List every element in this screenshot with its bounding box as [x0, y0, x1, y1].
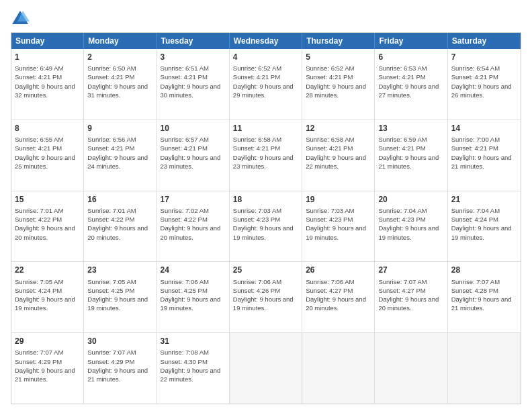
day-number: 5 [306, 52, 371, 62]
calendar-cell: 9Sunrise: 6:56 AMSunset: 4:21 PMDaylight… [84, 120, 157, 191]
cell-text: Sunrise: 7:02 AMSunset: 4:22 PMDaylight:… [161, 206, 226, 242]
calendar-cell: 30Sunrise: 7:07 AMSunset: 4:29 PMDayligh… [84, 333, 157, 404]
calendar-cell: 15Sunrise: 7:01 AMSunset: 4:22 PMDayligh… [11, 191, 84, 262]
calendar-cell: 4Sunrise: 6:52 AMSunset: 4:21 PMDaylight… [230, 49, 302, 120]
calendar-cell: 19Sunrise: 7:03 AMSunset: 4:23 PMDayligh… [302, 191, 375, 262]
calendar-body: 1Sunrise: 6:49 AMSunset: 4:21 PMDaylight… [11, 49, 521, 404]
day-number: 11 [233, 123, 298, 134]
cell-text: Sunrise: 7:01 AMSunset: 4:22 PMDaylight:… [15, 206, 80, 242]
cell-text: Sunrise: 6:51 AMSunset: 4:21 PMDaylight:… [161, 64, 226, 99]
calendar-cell: 1Sunrise: 6:49 AMSunset: 4:21 PMDaylight… [11, 49, 84, 120]
cell-text: Sunrise: 7:00 AMSunset: 4:21 PMDaylight:… [451, 135, 517, 171]
cell-text: Sunrise: 7:07 AMSunset: 4:29 PMDaylight:… [87, 348, 152, 383]
calendar-cell: 18Sunrise: 7:03 AMSunset: 4:23 PMDayligh… [230, 191, 302, 262]
cell-text: Sunrise: 7:07 AMSunset: 4:28 PMDaylight:… [451, 277, 517, 313]
cell-text: Sunrise: 7:07 AMSunset: 4:27 PMDaylight:… [378, 277, 443, 313]
header-day: Wednesday [230, 33, 302, 49]
cell-text: Sunrise: 7:05 AMSunset: 4:25 PMDaylight:… [87, 277, 152, 313]
day-number: 18 [233, 194, 298, 205]
day-number: 1 [15, 52, 80, 62]
cell-text: Sunrise: 6:52 AMSunset: 4:21 PMDaylight:… [306, 64, 371, 99]
calendar-cell: 12Sunrise: 6:58 AMSunset: 4:21 PMDayligh… [302, 120, 375, 191]
day-number: 2 [87, 52, 152, 62]
header-day: Tuesday [157, 33, 230, 49]
cell-text: Sunrise: 6:49 AMSunset: 4:21 PMDaylight:… [15, 64, 80, 99]
calendar-cell: 6Sunrise: 6:53 AMSunset: 4:21 PMDaylight… [375, 49, 447, 120]
day-number: 25 [233, 265, 298, 275]
calendar-cell: 26Sunrise: 7:06 AMSunset: 4:27 PMDayligh… [302, 262, 375, 332]
cell-text: Sunrise: 6:58 AMSunset: 4:21 PMDaylight:… [306, 135, 371, 171]
calendar-page: SundayMondayTuesdayWednesdayThursdayFrid… [0, 0, 532, 411]
calendar-cell: 29Sunrise: 7:07 AMSunset: 4:29 PMDayligh… [11, 333, 84, 404]
day-number: 31 [161, 336, 226, 347]
calendar-cell: 31Sunrise: 7:08 AMSunset: 4:30 PMDayligh… [157, 333, 230, 404]
calendar-cell: 10Sunrise: 6:57 AMSunset: 4:21 PMDayligh… [157, 120, 230, 191]
calendar-cell [375, 333, 447, 404]
calendar-row: 22Sunrise: 7:05 AMSunset: 4:24 PMDayligh… [11, 262, 521, 333]
day-number: 24 [161, 265, 226, 275]
cell-text: Sunrise: 6:58 AMSunset: 4:21 PMDaylight:… [233, 135, 298, 171]
day-number: 27 [378, 265, 443, 275]
calendar-cell [230, 333, 302, 404]
calendar-cell: 14Sunrise: 7:00 AMSunset: 4:21 PMDayligh… [448, 120, 521, 191]
cell-text: Sunrise: 7:07 AMSunset: 4:29 PMDaylight:… [15, 348, 80, 383]
calendar-cell: 16Sunrise: 7:01 AMSunset: 4:22 PMDayligh… [84, 191, 157, 262]
calendar-cell: 11Sunrise: 6:58 AMSunset: 4:21 PMDayligh… [230, 120, 302, 191]
calendar-cell: 28Sunrise: 7:07 AMSunset: 4:28 PMDayligh… [448, 262, 521, 332]
cell-text: Sunrise: 7:06 AMSunset: 4:27 PMDaylight:… [306, 277, 371, 313]
calendar-cell: 24Sunrise: 7:06 AMSunset: 4:25 PMDayligh… [157, 262, 230, 332]
day-number: 22 [15, 265, 80, 275]
day-number: 15 [15, 194, 80, 205]
logo [11, 8, 32, 27]
cell-text: Sunrise: 6:53 AMSunset: 4:21 PMDaylight:… [378, 64, 443, 99]
day-number: 19 [306, 194, 371, 205]
day-number: 20 [378, 194, 443, 205]
cell-text: Sunrise: 6:50 AMSunset: 4:21 PMDaylight:… [87, 64, 152, 99]
cell-text: Sunrise: 7:06 AMSunset: 4:26 PMDaylight:… [233, 277, 298, 313]
calendar-cell: 22Sunrise: 7:05 AMSunset: 4:24 PMDayligh… [11, 262, 84, 332]
header-day: Monday [84, 33, 157, 49]
day-number: 4 [233, 52, 298, 62]
header [11, 8, 521, 27]
day-number: 23 [87, 265, 152, 275]
calendar-cell: 7Sunrise: 6:54 AMSunset: 4:21 PMDaylight… [448, 49, 521, 120]
cell-text: Sunrise: 6:56 AMSunset: 4:21 PMDaylight:… [87, 135, 152, 171]
cell-text: Sunrise: 7:01 AMSunset: 4:22 PMDaylight:… [87, 206, 152, 242]
cell-text: Sunrise: 6:52 AMSunset: 4:21 PMDaylight:… [233, 64, 298, 99]
calendar-cell: 20Sunrise: 7:04 AMSunset: 4:23 PMDayligh… [375, 191, 447, 262]
calendar: SundayMondayTuesdayWednesdayThursdayFrid… [11, 32, 521, 404]
logo-icon [11, 8, 30, 27]
calendar-cell: 25Sunrise: 7:06 AMSunset: 4:26 PMDayligh… [230, 262, 302, 332]
day-number: 6 [378, 52, 443, 62]
calendar-cell: 21Sunrise: 7:04 AMSunset: 4:24 PMDayligh… [448, 191, 521, 262]
calendar-header: SundayMondayTuesdayWednesdayThursdayFrid… [11, 33, 521, 49]
calendar-row: 15Sunrise: 7:01 AMSunset: 4:22 PMDayligh… [11, 191, 521, 263]
calendar-cell: 3Sunrise: 6:51 AMSunset: 4:21 PMDaylight… [157, 49, 230, 120]
calendar-cell: 5Sunrise: 6:52 AMSunset: 4:21 PMDaylight… [302, 49, 375, 120]
cell-text: Sunrise: 7:08 AMSunset: 4:30 PMDaylight:… [161, 348, 226, 383]
cell-text: Sunrise: 7:03 AMSunset: 4:23 PMDaylight:… [233, 206, 298, 242]
calendar-cell [302, 333, 375, 404]
calendar-row: 29Sunrise: 7:07 AMSunset: 4:29 PMDayligh… [11, 333, 521, 404]
day-number: 8 [15, 123, 80, 134]
cell-text: Sunrise: 6:54 AMSunset: 4:21 PMDaylight:… [451, 64, 517, 99]
day-number: 10 [161, 123, 226, 134]
header-day: Friday [375, 33, 447, 49]
header-day: Thursday [302, 33, 375, 49]
calendar-cell: 17Sunrise: 7:02 AMSunset: 4:22 PMDayligh… [157, 191, 230, 262]
cell-text: Sunrise: 6:55 AMSunset: 4:21 PMDaylight:… [15, 135, 80, 171]
cell-text: Sunrise: 7:05 AMSunset: 4:24 PMDaylight:… [15, 277, 80, 313]
header-day: Saturday [448, 33, 521, 49]
day-number: 7 [451, 52, 517, 62]
cell-text: Sunrise: 6:57 AMSunset: 4:21 PMDaylight:… [161, 135, 226, 171]
calendar-cell: 27Sunrise: 7:07 AMSunset: 4:27 PMDayligh… [375, 262, 447, 332]
day-number: 17 [161, 194, 226, 205]
cell-text: Sunrise: 7:03 AMSunset: 4:23 PMDaylight:… [306, 206, 371, 242]
day-number: 16 [87, 194, 152, 205]
day-number: 29 [15, 336, 80, 347]
cell-text: Sunrise: 7:04 AMSunset: 4:23 PMDaylight:… [378, 206, 443, 242]
cell-text: Sunrise: 7:04 AMSunset: 4:24 PMDaylight:… [451, 206, 517, 242]
day-number: 12 [306, 123, 371, 134]
day-number: 14 [451, 123, 517, 134]
day-number: 3 [161, 52, 226, 62]
